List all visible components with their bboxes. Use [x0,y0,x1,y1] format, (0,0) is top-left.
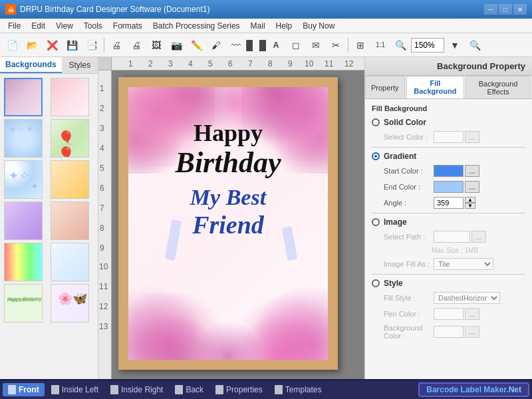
tab-properties-label: Properties [226,385,263,394]
tab-inside-left-label: Inside Left [62,385,98,394]
thumbnail-9[interactable] [4,243,43,281]
angle-down[interactable]: ▼ [465,203,475,209]
maximize-button[interactable]: □ [499,4,512,15]
new-button[interactable]: 📄 [3,36,21,55]
tab-styles[interactable]: Styles [62,57,98,73]
camera-button[interactable]: 📷 [167,36,186,55]
barcode-button[interactable]: ▐▌▐▌ [247,36,265,55]
brush-button[interactable]: 🖌 [207,36,225,55]
zoom-in-button[interactable]: 🔍 [391,36,410,55]
pen-color-swatch[interactable] [434,308,464,320]
thumbnail-5[interactable]: ✦✧ ✦ [4,160,43,199]
gradient-radio[interactable] [372,152,380,160]
fill-style-row: Fill Style : DashedHorizontal Solid Hatc… [372,292,525,304]
select-path-btn[interactable]: … [471,231,486,243]
menu-buynow[interactable]: Buy Now [297,20,340,32]
thumbnail-11[interactable]: Happy Birthday [4,284,43,323]
angle-spinner: ▲ ▼ [465,197,475,209]
start-color-btn[interactable]: … [465,165,479,177]
tab-background-effects[interactable]: Background Effects [466,76,531,98]
bg-color-label: Background Color : [384,324,434,340]
close-button[interactable]: ✕ [513,4,527,15]
print-button[interactable]: 🖨 [107,36,126,55]
app-icon: 🎂 [5,4,16,15]
menu-view[interactable]: View [51,20,78,32]
end-color-btn[interactable]: … [465,181,479,193]
angle-up[interactable]: ▲ [465,197,475,203]
solid-color-radio[interactable] [372,118,380,126]
section-title: Fill Background [372,104,525,112]
thumbnail-8[interactable] [51,201,89,240]
style-radio[interactable] [372,279,380,287]
pen-button[interactable]: ✏️ [187,36,205,55]
thumbnail-12[interactable]: 🌸🦋 [51,284,89,323]
angle-label: Angle : [384,199,434,207]
tab-backgrounds[interactable]: Backgrounds [0,57,62,73]
bg-color-swatch[interactable] [434,326,464,338]
menu-batch[interactable]: Batch Processing Series [148,20,245,32]
zoom-out-button[interactable]: 🔍 [466,36,484,55]
titlebar-left: 🎂 DRPU Birthday Card Designer Software (… [5,4,209,15]
thumbnail-2[interactable] [51,78,89,116]
thumbnail-7[interactable] [4,201,43,240]
thumbnail-10[interactable] [51,243,89,281]
thumbnail-3[interactable]: ✦✧✦ [4,119,43,158]
start-color-swatch[interactable] [434,165,464,177]
tab-templates-label: Templates [285,385,322,394]
image-radio[interactable] [372,218,380,226]
menu-mail[interactable]: Mail [245,20,271,32]
inside-left-icon [51,385,59,394]
menu-edit[interactable]: Edit [26,20,51,32]
menu-tools[interactable]: Tools [78,20,108,32]
save-button[interactable]: 💾 [63,36,81,55]
menubar: File Edit View Tools Formats Batch Proce… [0,19,532,33]
pen-color-label: Pen Color : [384,310,434,318]
menu-file[interactable]: File [3,20,26,32]
ruler-top: 1 2 3 4 5 6 7 8 9 10 11 12 [112,57,364,70]
thumbnail-1[interactable] [4,78,43,116]
save-as-button[interactable]: 📑 [82,36,101,55]
scissors-button[interactable]: ✂ [327,36,345,55]
select-color-row: Select Color : … [372,131,525,143]
thumbnail-6[interactable] [51,160,89,199]
image-button[interactable]: 🖼 [147,36,166,55]
panel-tabs: Backgrounds Styles [0,57,98,74]
tab-properties[interactable]: Properties [210,383,268,396]
select-color-btn[interactable]: … [465,131,479,143]
select-color-swatch[interactable] [434,131,464,143]
card-line3: My Best [142,184,315,211]
thumbnail-4[interactable]: 🎈🎈 [51,119,89,158]
bg-color-btn[interactable]: … [465,326,479,338]
menu-formats[interactable]: Formats [108,20,148,32]
end-color-swatch[interactable] [434,181,464,193]
shapes-button[interactable]: ◻ [287,36,305,55]
open-button[interactable]: 📂 [23,36,41,55]
angle-input[interactable]: 359 [434,197,464,209]
menu-help[interactable]: Help [271,20,298,32]
tab-back[interactable]: Back [170,383,209,396]
card-line2: Birthday [142,147,315,179]
bg-color-row: Background Color : … [372,324,525,340]
fill-style-select[interactable]: DashedHorizontal Solid HatchDiagonal [434,292,500,304]
image-fill-select[interactable]: Tile Stretch Center [434,258,493,270]
tab-inside-right[interactable]: Inside Right [105,383,168,396]
select-path-swatch[interactable] [434,231,470,243]
email-button[interactable]: ✉ [307,36,325,55]
print2-button[interactable]: 🖨 [127,36,146,55]
main-layout: Backgrounds Styles ✦✧✦ 🎈🎈 ✦✧ ✦ Happy Bir… [0,57,532,379]
divider-2 [372,213,525,213]
zoom-dropdown-button[interactable]: ▼ [446,36,464,55]
tab-property[interactable]: Property [365,76,405,98]
close-doc-button[interactable]: ❌ [43,36,61,55]
tab-front-label: Front [19,385,39,394]
tab-templates[interactable]: Templates [269,383,327,396]
table-button[interactable]: ⊞ [351,36,370,55]
minimize-button[interactable]: ─ [484,4,497,15]
pen-color-btn[interactable]: … [465,308,479,320]
ratio-button[interactable]: 1:1 [371,36,390,55]
tab-front[interactable]: Front [3,383,45,396]
zoom-input[interactable]: 150% [411,38,444,53]
text-button[interactable]: A [267,36,285,55]
tab-fill-background[interactable]: Fill Background [406,76,465,98]
tab-inside-left[interactable]: Inside Left [46,383,104,396]
